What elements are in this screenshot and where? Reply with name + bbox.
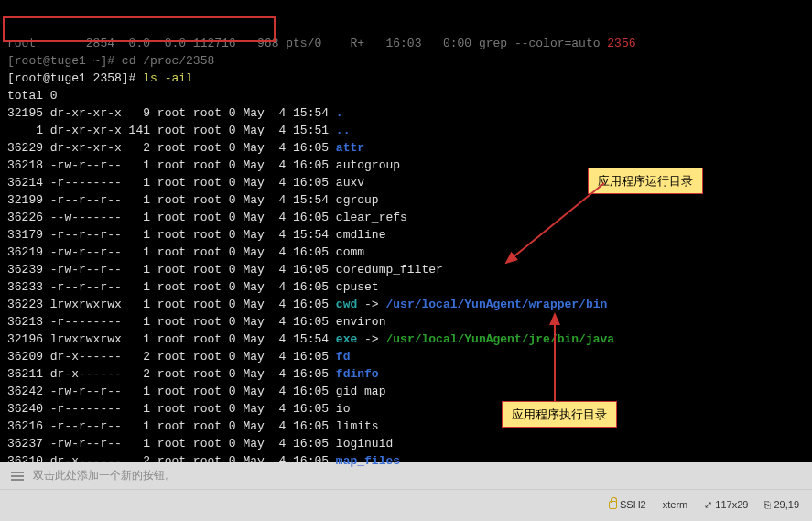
ps-row: root 2854 0.0 0.0 112716 968 pts/0 R+ 16… (7, 35, 805, 52)
ls-row: 36209 dr-x------ 2 root root 0 May 4 16:… (7, 348, 805, 365)
ls-row: 36229 dr-xr-xr-x 2 root root 0 May 4 16:… (7, 139, 805, 157)
ls-row: 36216 -r--r--r-- 1 root root 0 May 4 16:… (7, 418, 805, 435)
ls-row: 36223 lrwxrwxrwx 1 root root 0 May 4 16:… (7, 296, 805, 313)
prompt-cd: [root@tuge1 ~]# cd /proc/2358 (7, 52, 805, 70)
terminal[interactable]: root 2854 0.0 0.0 112716 968 pts/0 R+ 16… (0, 0, 812, 462)
ls-row: 36211 dr-x------ 2 root root 0 May 4 16:… (7, 365, 805, 383)
ls-row: 36226 --w------- 1 root root 0 May 4 16:… (7, 209, 805, 226)
ls-row: 32195 dr-xr-xr-x 9 root root 0 May 4 15:… (7, 104, 805, 122)
ls-row: 36242 -rw-r--r-- 1 root root 0 May 4 16:… (7, 383, 805, 400)
total-line: total 0 (7, 87, 805, 104)
ls-row: 36210 dr-x------ 2 root root 0 May 4 16:… (7, 452, 805, 470)
ls-row: 36213 -r-------- 1 root root 0 May 4 16:… (7, 313, 805, 331)
ls-row: 33179 -r--r--r-- 1 root root 0 May 4 15:… (7, 226, 805, 244)
ls-row: 32196 lrwxrwxrwx 1 root root 0 May 4 15:… (7, 331, 805, 348)
prompt-ls: [root@tuge1 2358]# ls -ail (7, 70, 805, 87)
ls-row: 36237 -rw-r--r-- 1 root root 0 May 4 16:… (7, 435, 805, 452)
annotation-runtime-dir: 应用程序运行目录 (588, 168, 703, 194)
lock-icon (609, 501, 617, 509)
ls-row: 36233 -r--r--r-- 1 root root 0 May 4 16:… (7, 278, 805, 296)
annotation-exec-dir: 应用程序执行目录 (502, 401, 617, 428)
ls-row: 36219 -rw-r--r-- 1 root root 0 May 4 16:… (7, 244, 805, 261)
ls-row: 1 dr-xr-xr-x 141 root root 0 May 4 15:51… (7, 122, 805, 139)
ls-row: 36240 -r-------- 1 root root 0 May 4 16:… (7, 400, 805, 418)
ls-row: 36239 -rw-r--r-- 1 root root 0 May 4 16:… (7, 261, 805, 278)
